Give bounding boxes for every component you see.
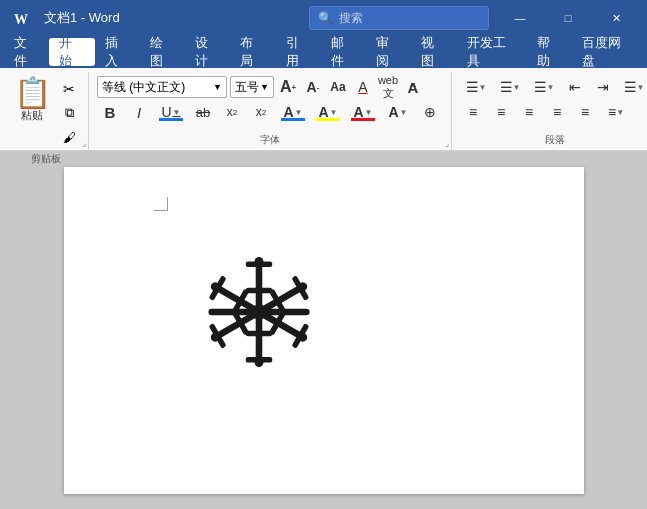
title-bar: W 文档1 - Word 🔍 搜索 — □ ✕ <box>0 0 647 36</box>
svg-point-20 <box>254 358 263 367</box>
menu-baidu[interactable]: 百度网盘 <box>572 38 643 66</box>
change-case-button[interactable]: Aa <box>327 76 349 98</box>
font-section: 等线 (中文正文) ▼ 五号 ▼ A+ A- Aa A web文 A <box>89 72 452 150</box>
justify-button[interactable]: ≡ <box>544 101 570 123</box>
paragraph-label: 段落 <box>458 131 647 150</box>
window-title: 文档1 - Word <box>44 9 309 27</box>
subscript-button[interactable]: x2 <box>219 101 245 123</box>
menu-references[interactable]: 引用 <box>276 38 321 66</box>
font-row-2: B I U ▼ ab x2 x2 A ▼ <box>97 101 443 123</box>
number-list-button[interactable]: ☰ ▼ <box>494 76 526 98</box>
increase-indent-button[interactable]: ⇥ <box>590 76 616 98</box>
font-size-selector[interactable]: 五号 ▼ <box>230 76 274 98</box>
highlight-button[interactable]: A ▼ <box>312 101 344 123</box>
distributed-button[interactable]: ≡ <box>572 101 598 123</box>
line-spacing-arrow: ▼ <box>637 83 645 92</box>
char-shade-button[interactable]: A ▼ <box>382 101 414 123</box>
multilevel-list-button[interactable]: ☰ ▼ <box>528 76 560 98</box>
copy-icon: ⧉ <box>65 105 74 121</box>
document-page <box>64 167 584 494</box>
format-painter-button[interactable]: 🖌 <box>56 126 82 148</box>
menu-file[interactable]: 文件 <box>4 38 49 66</box>
paste-button[interactable]: 📋 粘贴 <box>10 76 54 125</box>
clipboard-section: 📋 粘贴 ✂ ⧉ 🖌 剪贴板 ⌟ <box>4 72 89 150</box>
menu-review[interactable]: 审阅 <box>366 38 411 66</box>
char-shade-label: A <box>388 104 398 120</box>
align-left-icon: ≡ <box>469 104 477 120</box>
search-placeholder: 搜索 <box>339 10 363 27</box>
underline-button[interactable]: U ▼ <box>155 101 187 123</box>
search-box[interactable]: 🔍 搜索 <box>309 6 489 30</box>
font-family-dropdown-icon: ▼ <box>213 82 222 92</box>
align-center-icon: ≡ <box>497 104 505 120</box>
line-spacing-2-icon: ≡ <box>608 104 616 120</box>
align-right-button[interactable]: ≡ <box>516 101 542 123</box>
clipboard-expand-icon[interactable]: ⌟ <box>82 138 86 148</box>
phonetic-button[interactable]: ⊕ <box>417 101 443 123</box>
font-expand-icon[interactable]: ⌟ <box>445 138 449 148</box>
line-spacing-button[interactable]: ☰ ▼ <box>618 76 647 98</box>
font-label: 字体 <box>95 131 445 150</box>
align-right-icon: ≡ <box>525 104 533 120</box>
menu-draw[interactable]: 绘图 <box>140 38 185 66</box>
ribbon: 📋 粘贴 ✂ ⧉ 🖌 剪贴板 ⌟ <box>0 68 647 151</box>
increase-indent-icon: ⇥ <box>597 79 609 95</box>
justify-icon: ≡ <box>553 104 561 120</box>
close-button[interactable]: ✕ <box>593 0 639 36</box>
multilevel-arrow: ▼ <box>547 83 555 92</box>
web-format-button[interactable]: web文 <box>377 76 399 98</box>
menu-home[interactable]: 开始 <box>49 38 94 66</box>
clear-format-button[interactable]: A <box>352 76 374 98</box>
font-shrink-button[interactable]: A- <box>302 76 324 98</box>
menu-layout[interactable]: 布局 <box>230 38 275 66</box>
text-color-button[interactable]: A ▼ <box>347 101 379 123</box>
svg-rect-7 <box>245 288 271 294</box>
menu-developer[interactable]: 开发工具 <box>457 38 528 66</box>
menu-view[interactable]: 视图 <box>411 38 456 66</box>
line-spacing-2-button[interactable]: ≡ ▼ <box>600 101 632 123</box>
menu-insert[interactable]: 插入 <box>95 38 140 66</box>
snowflake-image <box>204 257 314 367</box>
copy-button[interactable]: ⧉ <box>56 102 82 124</box>
font-family-value: 等线 (中文正文) <box>102 79 185 96</box>
text-effect-button[interactable]: A <box>402 76 424 98</box>
menu-help[interactable]: 帮助 <box>527 38 572 66</box>
decrease-indent-button[interactable]: ⇤ <box>562 76 588 98</box>
italic-button[interactable]: I <box>126 101 152 123</box>
superscript-button[interactable]: x2 <box>248 101 274 123</box>
align-center-button[interactable]: ≡ <box>488 101 514 123</box>
maximize-button[interactable]: □ <box>545 0 591 36</box>
align-left-button[interactable]: ≡ <box>460 101 486 123</box>
svg-point-19 <box>254 257 263 266</box>
menu-design[interactable]: 设计 <box>185 38 230 66</box>
font-color-button[interactable]: A ▼ <box>277 101 309 123</box>
font-size-value: 五号 <box>235 79 259 96</box>
char-shade-dropdown-icon: ▼ <box>400 108 408 117</box>
multilevel-icon: ☰ <box>534 79 547 95</box>
clipboard-small-buttons: ✂ ⧉ 🖌 <box>56 76 82 148</box>
menu-mailings[interactable]: 邮件 <box>321 38 366 66</box>
line-spacing-icon: ☰ <box>624 79 637 95</box>
font-family-selector[interactable]: 等线 (中文正文) ▼ <box>97 76 227 98</box>
text-color-dropdown-icon: ▼ <box>365 108 373 117</box>
minimize-button[interactable]: — <box>497 0 543 36</box>
paragraph-content: ☰ ▼ ☰ ▼ ☰ ▼ ⇤ ⇥ <box>458 72 647 131</box>
font-grow-button[interactable]: A+ <box>277 76 299 98</box>
paragraph-row-2: ≡ ≡ ≡ ≡ ≡ ≡ ▼ <box>460 101 632 123</box>
decrease-indent-icon: ⇤ <box>569 79 581 95</box>
svg-point-18 <box>251 304 266 319</box>
paragraph-section: ☰ ▼ ☰ ▼ ☰ ▼ ⇤ ⇥ <box>452 72 647 150</box>
format-painter-icon: 🖌 <box>63 130 76 145</box>
cursor-mark <box>154 197 168 211</box>
app-logo: W <box>8 4 36 32</box>
document-area <box>0 151 647 509</box>
bullet-list-button[interactable]: ☰ ▼ <box>460 76 492 98</box>
bold-button[interactable]: B <box>97 101 123 123</box>
search-icon: 🔍 <box>318 11 333 25</box>
cut-icon: ✂ <box>63 81 75 97</box>
cut-button[interactable]: ✂ <box>56 78 82 100</box>
highlight-dropdown-icon: ▼ <box>330 108 338 117</box>
strikethrough-button[interactable]: ab <box>190 101 216 123</box>
number-list-arrow: ▼ <box>513 83 521 92</box>
bullet-list-arrow: ▼ <box>479 83 487 92</box>
